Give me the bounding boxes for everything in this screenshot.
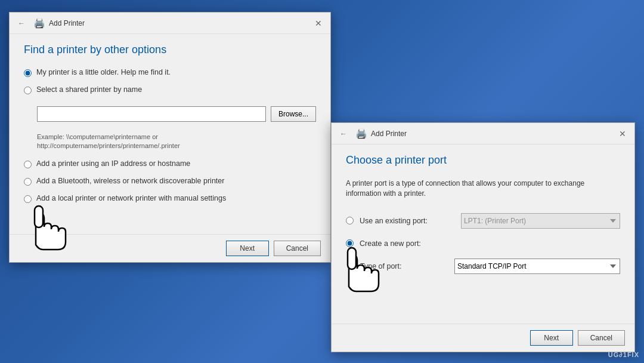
dialog1-heading: Find a printer by other options [24,44,316,56]
dialog2-next-button[interactable]: Next [530,330,573,346]
dialog2-titlebar-left: ← 🖨️ Add Printer [338,128,407,140]
choose-port-dialog: ← 🖨️ Add Printer ✕ Choose a printer port… [331,122,635,352]
dialog1-content: Find a printer by other options My print… [10,34,330,213]
dialog2-port-type-row: Type of port: Standard TCP/IP Port [360,259,620,274]
dialog2-new-port-radio[interactable] [346,239,354,247]
dialog1-option5: Add a local printer or network printer w… [24,194,316,203]
dialog1-radio5[interactable] [24,195,32,203]
dialog2-content: Choose a printer port A printer port is … [332,144,634,284]
dialog2-cancel-button[interactable]: Cancel [578,330,625,346]
dialog1-printer-name-input[interactable] [37,106,266,122]
dialog1-radio5-label[interactable]: Add a local printer or network printer w… [36,194,226,202]
dialog2-port-type-label: Type of port: [360,262,448,270]
dialog1-example-text: Example: \\computername\printername orht… [37,133,316,151]
dialog1-printer-icon: 🖨️ [33,17,45,29]
dialog2-titlebar: ← 🖨️ Add Printer ✕ [332,123,634,144]
dialog2-footer: Next Cancel [332,324,634,352]
dialog1-radio-group: My printer is a little older. Help me fi… [24,68,316,203]
dialog1-radio2-label[interactable]: Select a shared printer by name [36,85,142,94]
dialog2-existing-port-radio[interactable] [346,217,354,224]
dialog1-browse-button[interactable]: Browse... [271,106,316,122]
dialog1-titlebar: ← 🖨️ Add Printer ✕ [10,13,330,34]
dialog1-option2: Select a shared printer by name [24,85,316,94]
find-printer-dialog: ← 🖨️ Add Printer ✕ Find a printer by oth… [9,12,331,263]
dialog1-footer: Next Cancel [10,234,330,262]
dialog1-close-button[interactable]: ✕ [312,17,324,29]
dialog1-option4: Add a Bluetooth, wireless or network dis… [24,177,316,186]
dialog1-shared-printer-input-row: Browse... [37,106,316,122]
dialog2-printer-icon: 🖨️ [355,128,367,139]
dialog1-titlebar-left: ← 🖨️ Add Printer [16,17,85,29]
dialog2-existing-port-row: Use an existing port: LPT1: (Printer Por… [346,213,620,229]
dialog2-existing-port-label[interactable]: Use an existing port: [360,217,455,225]
dialog2-port-type-dropdown[interactable]: Standard TCP/IP Port [454,259,620,274]
dialog1-radio3[interactable] [24,161,32,168]
dialog1-title: Add Printer [49,19,85,27]
dialog1-radio3-label[interactable]: Add a printer using an IP address or hos… [36,159,190,168]
dialog1-option3: Add a printer using an IP address or hos… [24,159,316,168]
dialog1-radio2[interactable] [24,87,32,94]
dialog2-title: Add Printer [371,130,407,138]
dialog1-radio1-label[interactable]: My printer is a little older. Help me fi… [36,68,171,76]
dialog2-heading: Choose a printer port [346,154,620,167]
dialog2-port-options: Use an existing port: LPT1: (Printer Por… [346,213,620,274]
dialog1-radio4[interactable] [24,178,32,186]
dialog2-back-button[interactable]: ← [338,128,349,140]
dialog2-close-button[interactable]: ✕ [617,128,628,140]
watermark: UG∂1FIX [608,351,639,358]
dialog2-new-port-label[interactable]: Create a new port: [360,239,455,248]
dialog2-new-port-row: Create a new port: [346,239,620,248]
dialog1-back-button[interactable]: ← [16,17,27,29]
dialog1-cancel-button[interactable]: Cancel [274,241,321,256]
dialog2-existing-port-dropdown[interactable]: LPT1: (Printer Port) [461,213,620,229]
dialog2-description: A printer port is a type of connection t… [346,179,620,199]
dialog1-radio1[interactable] [24,69,32,77]
dialog1-radio4-label[interactable]: Add a Bluetooth, wireless or network dis… [36,177,224,185]
dialog1-option1: My printer is a little older. Help me fi… [24,68,316,77]
dialog1-next-button[interactable]: Next [226,241,269,256]
